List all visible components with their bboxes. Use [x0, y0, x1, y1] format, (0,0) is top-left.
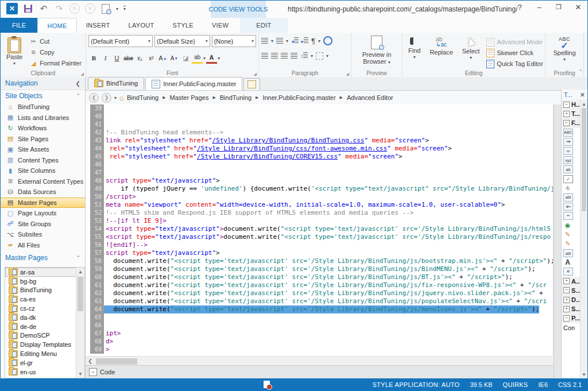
- italic-button[interactable]: I: [100, 53, 111, 63]
- toolbox-item[interactable]: ✎: [562, 239, 581, 249]
- sidebar-item-site-groups[interactable]: ☍Site Groups: [1, 219, 85, 230]
- code-line[interactable]: 67ipt>: [86, 330, 554, 338]
- toolbox-scroll-thumb[interactable]: [582, 108, 586, 211]
- collapse-icon[interactable]: −: [563, 315, 570, 322]
- select-button[interactable]: Select ▾: [459, 35, 483, 69]
- justify-button[interactable]: [291, 53, 297, 59]
- toolbox-section-D[interactable]: +D...: [562, 295, 581, 304]
- code-line[interactable]: 48script type="text/javascript">: [86, 177, 554, 185]
- highlight-caret[interactable]: ▾: [203, 56, 206, 61]
- file-tab-bindtuning[interactable]: BindTuning: [88, 77, 144, 89]
- expand-icon[interactable]: +: [563, 297, 570, 303]
- toolbox-item[interactable]: ABC: [562, 128, 581, 137]
- toolbox-section-H[interactable]: −H...: [562, 100, 581, 109]
- clear-formatting-button[interactable]: ◪: [180, 53, 191, 63]
- toolbox-item[interactable]: ≣▪: [562, 202, 581, 211]
- code-line[interactable]: 41: [86, 121, 554, 129]
- tab-edit[interactable]: EDIT: [240, 18, 287, 33]
- style-application-status[interactable]: STYLE APPLICATION: AUTO: [372, 381, 459, 388]
- format-painter-button[interactable]: ◢Format Painter: [28, 58, 83, 68]
- panel-splitter[interactable]: [554, 104, 561, 378]
- code-line[interactable]: 46: [86, 161, 554, 169]
- superscript-button[interactable]: x²: [146, 53, 157, 63]
- maximize-button[interactable]: ❒: [553, 3, 564, 11]
- font-name-combo[interactable]: (Default Font)▾: [88, 35, 153, 47]
- collapse-icon[interactable]: −: [563, 287, 570, 293]
- redo-button[interactable]: ↷: [54, 3, 64, 14]
- toolbox-scroll-down[interactable]: ▼: [581, 370, 587, 378]
- sidebar-item-site-columns[interactable]: ▮Site Columns: [1, 165, 85, 176]
- folder-item-ca-es[interactable]: ca-es: [5, 295, 76, 304]
- shrink-font-button[interactable]: A▼: [169, 53, 180, 63]
- toolbox-item[interactable]: ab: [562, 165, 581, 174]
- code-line[interactable]: 59 document.write("<script type='text/ja…: [86, 265, 554, 273]
- minimize-button[interactable]: –: [533, 3, 545, 11]
- align-left-button[interactable]: [261, 53, 268, 59]
- toolbox-item[interactable]: ◉: [562, 220, 581, 230]
- history-caret[interactable]: ▾: [114, 95, 117, 100]
- code-line[interactable]: 47: [86, 169, 554, 177]
- breadcrumb-item[interactable]: BindTuning: [127, 94, 158, 101]
- new-tab-button[interactable]: [243, 78, 260, 90]
- folder-item-da-dk[interactable]: da-dk: [5, 313, 76, 322]
- tab-layout[interactable]: LAYOUT: [119, 18, 164, 33]
- increase-indent-button[interactable]: ▸: [301, 37, 309, 44]
- folder-item-de-de[interactable]: de-de: [5, 322, 76, 331]
- font-color-button[interactable]: A: [206, 52, 217, 64]
- code-line[interactable]: 58 document.write("<script type='text/ja…: [86, 257, 554, 265]
- code-line[interactable]: 57script type="text/javascript">: [86, 249, 554, 257]
- numbering-button[interactable]: [276, 38, 283, 44]
- breadcrumb-item[interactable]: Inner.PublicFacing.master: [262, 94, 335, 101]
- help-button[interactable]: ?: [514, 3, 525, 11]
- folder-item-demoscp[interactable]: DemoSCP: [5, 331, 76, 340]
- preview-button[interactable]: [100, 3, 111, 14]
- preview-dropdown-caret[interactable]: ▾: [116, 6, 118, 11]
- code-scroll-left[interactable]: ❮: [86, 358, 95, 364]
- font-size-combo[interactable]: (Default Size)▾: [154, 35, 210, 47]
- toolbox-item[interactable]: ≡▾: [562, 137, 581, 146]
- folders-scrollbar[interactable]: ▲ ▼: [76, 268, 84, 378]
- find-button[interactable]: Find ▾: [405, 35, 424, 69]
- align-right-button[interactable]: [281, 53, 288, 59]
- spelling-button[interactable]: ABC ✓ Spelling ▾: [550, 35, 579, 69]
- code-line[interactable]: 53!--[if lt IE 9]>: [86, 217, 554, 225]
- code-line[interactable]: 43link rel="stylesheet" href="/Style Lib…: [86, 137, 554, 145]
- folder-item-display-templates[interactable]: Display Templates: [5, 340, 76, 349]
- toolbox-item[interactable]: **: [562, 211, 581, 220]
- code-line[interactable]: 68d>: [86, 338, 554, 346]
- paragraph-dialog-launcher[interactable]: ◢: [346, 72, 349, 76]
- css-schema-status[interactable]: CSS 2.1: [558, 381, 582, 388]
- code-line[interactable]: 45 rel="stylesheet" href="/Style Library…: [86, 153, 554, 161]
- underline-button[interactable]: U: [111, 53, 122, 63]
- sidebar-item-site-pages[interactable]: ▤Site Pages: [1, 134, 85, 145]
- line-spacing-button[interactable]: ↕: [300, 52, 308, 59]
- sidebar-item-bindtuning[interactable]: ⌂BindTuning: [1, 102, 85, 113]
- doctype-mode-status[interactable]: QUIRKS: [503, 381, 528, 388]
- tab-file[interactable]: FILE: [1, 18, 37, 33]
- advanced-mode-button[interactable]: Advanced Mode: [485, 37, 544, 47]
- code-line[interactable]: 61 document.write("<script type='text/ja…: [86, 281, 554, 289]
- folder-item-en-us[interactable]: en-us: [5, 367, 76, 377]
- code-line[interactable]: 63 document.write("<script type='text/ja…: [86, 297, 554, 305]
- folder-item-cs-cz[interactable]: cs-cz: [5, 304, 76, 313]
- undo-button[interactable]: ↶: [38, 3, 49, 14]
- copy-button[interactable]: ⧉Copy: [28, 47, 83, 57]
- sidebar-item-all-files[interactable]: ▰All Files: [1, 240, 85, 251]
- toolbox-scroll-up[interactable]: ▲: [581, 100, 587, 108]
- align-center-button[interactable]: [271, 53, 278, 59]
- code-line[interactable]: 55<script type="text/javascript">documen…: [86, 233, 554, 241]
- style-combo[interactable]: (None)▾: [212, 35, 256, 47]
- toolbox-section-F[interactable]: −F...: [562, 118, 581, 127]
- code-line[interactable]: 65: [86, 313, 554, 322]
- toolbox-item[interactable]: A: [562, 258, 581, 267]
- collapse-icon[interactable]: −: [563, 102, 570, 108]
- code-line[interactable]: 66: [86, 322, 554, 330]
- code-line[interactable]: 54<script type="text/javascript">documen…: [86, 225, 554, 233]
- master-pages-collapse-icon[interactable]: ⌃: [76, 255, 80, 261]
- refresh-button[interactable]: ↻: [69, 3, 80, 14]
- sidebar-item-lists-and-libraries[interactable]: ▦Lists and Libraries: [1, 113, 85, 123]
- expand-icon[interactable]: +: [563, 111, 570, 117]
- code-horizontal-scrollbar[interactable]: ❮: [86, 356, 554, 366]
- toolbox-item[interactable]: ✎: [562, 230, 581, 239]
- toolbox-section-P[interactable]: −P...: [562, 313, 581, 323]
